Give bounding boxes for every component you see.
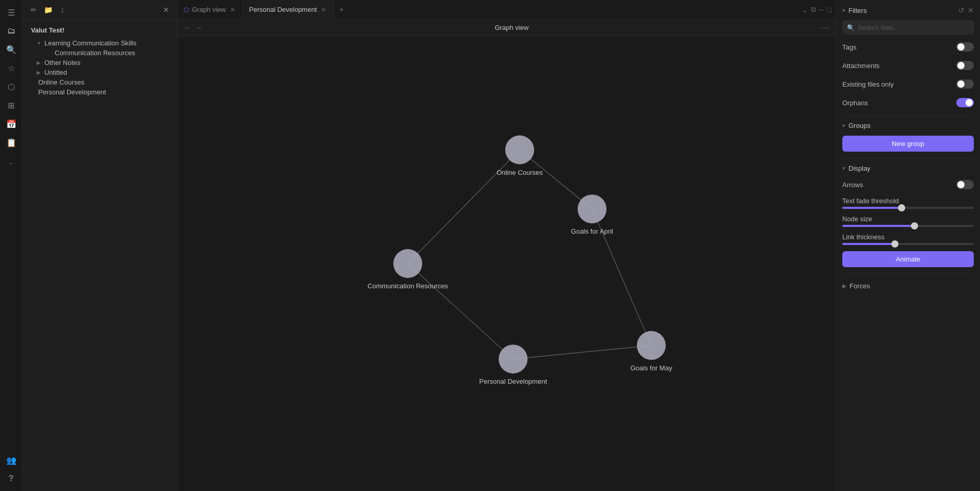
svg-line-2 bbox=[408, 264, 513, 359]
calendar-icon[interactable]: 📅 bbox=[3, 116, 20, 132]
community-icon[interactable]: 👥 bbox=[3, 452, 20, 468]
filters-chevron: ▾ bbox=[842, 7, 845, 14]
arrows-label: Arrows bbox=[842, 181, 956, 189]
tree-item-comm-resources[interactable]: Communication Resources bbox=[23, 48, 177, 58]
notes-icon[interactable]: 📋 bbox=[3, 134, 20, 151]
canvas-icon[interactable]: ⊞ bbox=[3, 97, 20, 113]
existing-files-toggle[interactable] bbox=[956, 79, 974, 89]
new-group-button[interactable]: New group bbox=[842, 136, 974, 152]
attachments-toggle[interactable] bbox=[956, 61, 974, 70]
split-view-icon[interactable]: ⧉ bbox=[811, 5, 816, 14]
tree-item-label: Communication Resources bbox=[55, 49, 173, 57]
tab-personal-dev[interactable]: Personal Development ✕ bbox=[243, 0, 334, 20]
graph-node[interactable] bbox=[499, 345, 528, 373]
tree-item-personal-dev[interactable]: Personal Development bbox=[23, 87, 177, 97]
new-tab-button[interactable]: + bbox=[334, 5, 349, 14]
tab-close-button[interactable]: ✕ bbox=[229, 5, 236, 14]
help-icon[interactable]: ? bbox=[3, 470, 20, 487]
text-fade-label: Text fade threshold bbox=[842, 197, 974, 205]
groups-section-header[interactable]: ▾ Groups bbox=[842, 122, 974, 129]
chevron-icon: ▶ bbox=[35, 70, 42, 75]
forward-button[interactable]: → bbox=[195, 24, 202, 32]
tree-item-other-notes[interactable]: ▶ Other Notes bbox=[23, 58, 177, 68]
maximize-icon[interactable]: □ bbox=[827, 6, 831, 14]
arrows-toggle-row: Arrows bbox=[842, 178, 974, 191]
arrows-toggle[interactable] bbox=[956, 180, 974, 189]
filters-reset-button[interactable]: ↺ bbox=[958, 6, 965, 14]
graph-node-label: Goals for May bbox=[630, 364, 672, 372]
tab-graph-view[interactable]: ⬡ Graph view ✕ bbox=[177, 0, 243, 20]
orphans-toggle[interactable] bbox=[956, 98, 974, 107]
link-thickness-label: Link thickness bbox=[842, 233, 974, 241]
search-files-input[interactable] bbox=[858, 24, 969, 31]
sidebar-toggle-icon[interactable]: ☰ bbox=[3, 4, 20, 21]
node-size-label: Node size bbox=[842, 215, 974, 223]
animate-button[interactable]: Animate bbox=[842, 251, 974, 267]
attachments-label: Attachments bbox=[842, 62, 956, 70]
tree-item-label: Online Courses bbox=[38, 78, 173, 86]
graph-toolbar: ← → Graph view ⋯ bbox=[177, 20, 836, 36]
search-files-box[interactable]: 🔍 bbox=[842, 21, 974, 35]
orphans-label: Orphans bbox=[842, 99, 956, 107]
main-content: ⬡ Graph view ✕ Personal Development ✕ + … bbox=[177, 0, 836, 491]
tab-bar: ⬡ Graph view ✕ Personal Development ✕ + … bbox=[177, 0, 836, 20]
display-section-header[interactable]: ▾ Display bbox=[842, 165, 974, 172]
text-fade-slider[interactable] bbox=[842, 207, 974, 209]
right-panel: ▾ Filters ↺ ✕ 🔍 Tags Attachments Existin… bbox=[836, 0, 980, 491]
new-note-button[interactable]: ✏ bbox=[27, 3, 40, 17]
separator bbox=[842, 158, 974, 158]
back-button[interactable]: ← bbox=[184, 24, 191, 32]
svg-line-1 bbox=[408, 150, 520, 264]
forces-label: Forces bbox=[850, 282, 870, 290]
graph-node-label: Personal Development bbox=[479, 378, 547, 385]
tab-close-button[interactable]: ✕ bbox=[320, 5, 327, 14]
filters-section-header[interactable]: ▾ Filters ↺ ✕ bbox=[842, 6, 974, 14]
bookmark-icon[interactable]: ☆ bbox=[3, 60, 20, 76]
existing-files-label: Existing files only bbox=[842, 80, 956, 88]
filters-label: Filters bbox=[848, 7, 867, 14]
filters-close-button[interactable]: ✕ bbox=[968, 6, 974, 14]
dropdown-icon[interactable]: ⌄ bbox=[802, 6, 808, 14]
link-thickness-slider[interactable] bbox=[842, 243, 974, 245]
more-options-button[interactable]: ⋯ bbox=[821, 23, 829, 32]
graph-node[interactable] bbox=[505, 136, 534, 165]
tree-item-label: Other Notes bbox=[44, 59, 173, 67]
node-size-slider[interactable] bbox=[842, 225, 974, 227]
graph-view-nav-icon[interactable]: ⬡ bbox=[3, 78, 20, 95]
graph-canvas[interactable]: Online CoursesGoals for AprilCommunicati… bbox=[177, 36, 836, 491]
groups-chevron: ▾ bbox=[842, 122, 845, 129]
tree-item-label: Personal Development bbox=[38, 88, 173, 96]
tags-toggle-row: Tags bbox=[842, 41, 974, 53]
tab-label: Graph view bbox=[192, 6, 226, 13]
search-icon: 🔍 bbox=[847, 24, 855, 31]
graph-node[interactable] bbox=[637, 331, 666, 360]
tags-label: Tags bbox=[842, 43, 956, 51]
text-fade-row: Text fade threshold bbox=[842, 197, 974, 209]
tree-item-untitled[interactable]: ▶ Untitled bbox=[23, 68, 177, 77]
tree-item-online-courses[interactable]: Online Courses bbox=[23, 77, 177, 87]
tab-label: Personal Development bbox=[249, 6, 317, 13]
graph-view-title: Graph view bbox=[206, 24, 817, 31]
search-icon[interactable]: 🔍 bbox=[3, 41, 20, 58]
new-folder-button[interactable]: 📁 bbox=[41, 3, 55, 17]
file-explorer-icon[interactable]: 🗂 bbox=[3, 23, 20, 39]
groups-label: Groups bbox=[848, 122, 871, 129]
minimize-icon[interactable]: ─ bbox=[819, 6, 824, 14]
svg-line-4 bbox=[513, 346, 651, 359]
display-chevron: ▾ bbox=[842, 165, 845, 172]
graph-node[interactable] bbox=[578, 194, 607, 223]
forces-section-header[interactable]: ▶ Forces bbox=[842, 280, 974, 292]
forces-chevron: ▶ bbox=[842, 283, 846, 289]
tags-toggle[interactable] bbox=[956, 42, 974, 52]
graph-node[interactable] bbox=[394, 249, 422, 278]
orphans-toggle-row: Orphans bbox=[842, 96, 974, 109]
tree-item-label: Untitled bbox=[44, 69, 173, 76]
tree-item-learning[interactable]: ▾ Learning Communication Skills bbox=[23, 38, 177, 48]
terminal-icon[interactable]: _ bbox=[3, 153, 20, 169]
sort-button[interactable]: ↕ bbox=[56, 3, 69, 17]
tab-bar-actions: ⌄ ⧉ ─ □ bbox=[797, 5, 836, 14]
sidebar-close-button[interactable]: ✕ bbox=[159, 3, 173, 17]
file-tree: Valut Test! ▾ Learning Communication Ski… bbox=[23, 20, 177, 491]
tree-item-label: Learning Communication Skills bbox=[44, 39, 173, 47]
node-size-row: Node size bbox=[842, 215, 974, 227]
